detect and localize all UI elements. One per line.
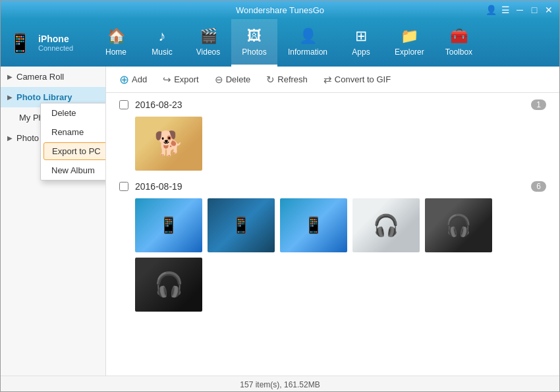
device-icon: 📱	[9, 32, 32, 54]
photo-screenshot-3[interactable]: 📱	[280, 198, 347, 252]
date-label-1: 2016-08-23	[135, 99, 182, 110]
nav-label-photos: Photos	[242, 47, 266, 57]
nav-item-information[interactable]: 👤 Information	[277, 19, 338, 67]
app-title: Wondershare TunesGo	[236, 5, 324, 15]
context-menu-rename[interactable]: Rename	[41, 123, 106, 142]
nav-bar: 📱 iPhone Connected 🏠 Home ♪ Music 🎬 Vide…	[1, 19, 559, 67]
add-label: Add	[132, 74, 147, 84]
nav-item-toolbox[interactable]: 🧰 Toolbox	[435, 19, 483, 67]
toolbar: ⊕ Add ↪ Export ⊖ Delete ↻ Refresh ⇄ Conv…	[106, 67, 559, 93]
photo-headphones-black[interactable]: 🎧	[135, 258, 202, 312]
nav-label-information: Information	[288, 47, 327, 57]
date-count-1: 1	[531, 99, 546, 110]
window-controls: 👤 ☰ ─ □ ✕	[486, 5, 554, 15]
device-name: iPhone	[38, 34, 73, 44]
photos-icon: 🖼	[247, 28, 262, 45]
refresh-icon: ↻	[266, 74, 275, 86]
context-menu-delete[interactable]: Delete	[41, 103, 106, 123]
nav-label-apps: Apps	[352, 47, 370, 57]
photo-headphones-dark[interactable]: 🎧	[425, 198, 492, 252]
nav-label-explorer: Explorer	[395, 47, 424, 57]
sidebar: ▶ Camera Roll ▶ Photo Library My Photos …	[1, 67, 106, 376]
minimize-button[interactable]: ─	[515, 5, 525, 15]
date-group-1: 2016-08-23 1 🐕	[119, 99, 546, 171]
arrow-icon: ▶	[7, 73, 13, 80]
sidebar-item-camera-roll[interactable]: ▶ Camera Roll	[1, 67, 105, 87]
date-count-2: 6	[531, 181, 546, 192]
date-header-2: 2016-08-19 6	[119, 181, 546, 192]
device-status: Connected	[38, 44, 73, 52]
nav-item-apps[interactable]: ⊞ Apps	[338, 19, 384, 67]
arrow-icon-2: ▶	[7, 94, 13, 101]
date-group-2-checkbox[interactable]	[119, 182, 128, 191]
menu-icon[interactable]: ☰	[500, 5, 511, 15]
convert-icon: ⇄	[323, 74, 332, 86]
context-menu: Delete Rename Export to PC New Album	[40, 103, 106, 181]
add-icon: ⊕	[119, 72, 129, 87]
arrow-icon-3: ▶	[7, 134, 13, 142]
photo-dog[interactable]: 🐕	[135, 117, 202, 171]
refresh-button[interactable]: ↻ Refresh	[260, 70, 314, 89]
home-icon: 🏠	[107, 28, 125, 45]
title-bar: Wondershare TunesGo 👤 ☰ ─ □ ✕	[1, 1, 559, 19]
nav-item-home[interactable]: 🏠 Home	[93, 19, 139, 67]
context-menu-export-to-pc[interactable]: Export to PC	[43, 142, 106, 160]
photo-headphones-blue[interactable]: 🎧	[352, 198, 420, 252]
nav-item-explorer[interactable]: 📁 Explorer	[384, 19, 435, 67]
nav-label-videos: Videos	[196, 47, 220, 57]
nav-label-music: Music	[152, 47, 172, 57]
nav-label-home: Home	[105, 47, 126, 57]
toolbox-icon: 🧰	[450, 28, 468, 45]
delete-label: Delete	[226, 74, 251, 84]
music-icon: ♪	[159, 28, 166, 45]
close-button[interactable]: ✕	[544, 5, 554, 15]
nav-item-music[interactable]: ♪ Music	[139, 19, 185, 67]
date-group-1-checkbox[interactable]	[119, 100, 128, 109]
delete-icon: ⊖	[215, 74, 223, 86]
date-group-2: 2016-08-19 6 📱 📱 📱 🎧	[119, 181, 546, 312]
add-button[interactable]: ⊕ Add	[113, 69, 154, 90]
user-icon[interactable]: 👤	[486, 5, 496, 15]
status-bar: 157 item(s), 161.52MB	[1, 376, 559, 392]
refresh-label: Refresh	[277, 74, 308, 84]
date-header-1: 2016-08-23 1	[119, 99, 546, 110]
date-label-2: 2016-08-19	[135, 181, 182, 192]
nav-item-photos[interactable]: 🖼 Photos	[231, 19, 277, 67]
nav-item-videos[interactable]: 🎬 Videos	[185, 19, 231, 67]
delete-button[interactable]: ⊖ Delete	[208, 70, 258, 89]
convert-label: Convert to GIF	[335, 74, 391, 84]
export-button[interactable]: ↪ Export	[156, 70, 206, 89]
maximize-button[interactable]: □	[529, 5, 540, 15]
apps-icon: ⊞	[355, 28, 367, 45]
photo-list: 2016-08-23 1 🐕 2016-08-19 6	[106, 93, 559, 376]
sidebar-label-camera-roll: Camera Roll	[16, 72, 64, 82]
photo-grid-1: 🐕	[119, 117, 546, 171]
convert-gif-button[interactable]: ⇄ Convert to GIF	[317, 70, 397, 89]
export-label: Export	[174, 74, 199, 84]
videos-icon: 🎬	[200, 28, 217, 45]
photo-grid-2: 📱 📱 📱 🎧 🎧	[119, 198, 546, 252]
status-text: 157 item(s), 161.52MB	[240, 380, 320, 389]
nav-label-toolbox: Toolbox	[445, 47, 472, 57]
device-text: iPhone Connected	[38, 34, 73, 52]
content-area: ⊕ Add ↪ Export ⊖ Delete ↻ Refresh ⇄ Conv…	[106, 67, 559, 376]
photo-screenshot-1[interactable]: 📱	[135, 198, 202, 252]
main-layout: ▶ Camera Roll ▶ Photo Library My Photos …	[1, 67, 559, 376]
information-icon: 👤	[299, 28, 317, 45]
context-menu-new-album[interactable]: New Album	[41, 161, 106, 180]
photo-screenshot-2[interactable]: 📱	[208, 198, 275, 252]
photo-grid-2b: 🎧	[119, 258, 546, 312]
nav-items: 🏠 Home ♪ Music 🎬 Videos 🖼 Photos 👤 Infor…	[93, 19, 559, 67]
sidebar-label-photo-library: Photo Library	[16, 92, 72, 102]
export-icon: ↪	[163, 74, 171, 86]
device-info: 📱 iPhone Connected	[1, 19, 93, 67]
explorer-icon: 📁	[401, 28, 418, 45]
